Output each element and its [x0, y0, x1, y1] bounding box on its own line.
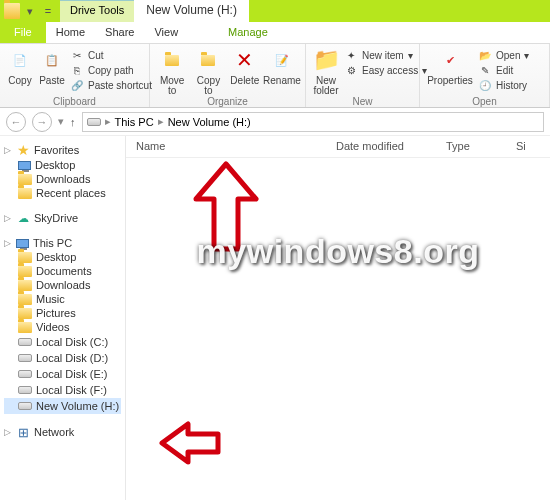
- cut-button[interactable]: ✂Cut: [70, 48, 152, 62]
- sidebar-item-documents[interactable]: Documents: [4, 264, 121, 278]
- back-button[interactable]: ←: [6, 112, 26, 132]
- sidebar-item-desktop[interactable]: Desktop: [4, 158, 121, 172]
- sidebar-item-pictures[interactable]: Pictures: [4, 306, 121, 320]
- tab-view[interactable]: View: [144, 22, 188, 43]
- navigation-pane: ▷★Favorites Desktop Downloads Recent pla…: [0, 136, 126, 500]
- contextual-tab-drive-tools[interactable]: Drive Tools: [60, 0, 134, 22]
- recent-dropdown[interactable]: ▾: [58, 115, 64, 128]
- annotation-arrow-left: [156, 418, 226, 470]
- breadcrumb[interactable]: ▸ This PC ▸ New Volume (H:): [82, 112, 545, 132]
- group-label: Clipboard: [0, 96, 149, 107]
- tab-file[interactable]: File: [0, 22, 46, 43]
- sidebar-item-music[interactable]: Music: [4, 292, 121, 306]
- col-type: Type: [436, 136, 506, 157]
- breadcrumb-item[interactable]: New Volume (H:): [168, 116, 251, 128]
- folder-icon: [4, 3, 20, 19]
- easy-access-button[interactable]: ⚙Easy access ▾: [344, 63, 427, 77]
- sidebar-group-network[interactable]: ▷⊞Network: [4, 424, 121, 440]
- new-item-button[interactable]: ✦New item ▾: [344, 48, 427, 62]
- paste-shortcut-button[interactable]: 🔗Paste shortcut: [70, 78, 152, 92]
- ribbon: 📄Copy 📋Paste ✂Cut ⎘Copy path 🔗Paste shor…: [0, 44, 550, 108]
- group-label: Organize: [150, 96, 305, 107]
- sidebar-item-drive-e[interactable]: Local Disk (E:): [4, 366, 121, 382]
- tab-share[interactable]: Share: [95, 22, 144, 43]
- tab-manage[interactable]: Manage: [218, 22, 278, 43]
- col-size: Si: [506, 136, 536, 157]
- qat-btn[interactable]: ▾: [22, 3, 38, 19]
- sidebar-item-drive-h[interactable]: New Volume (H:): [4, 398, 121, 414]
- breadcrumb-item[interactable]: This PC: [115, 116, 154, 128]
- ribbon-tab-strip: File Home Share View Manage: [0, 22, 550, 44]
- sidebar-item-drive-f[interactable]: Local Disk (F:): [4, 382, 121, 398]
- col-name: Name: [126, 136, 326, 157]
- copy-path-button[interactable]: ⎘Copy path: [70, 63, 152, 77]
- edit-button[interactable]: ✎Edit: [478, 63, 529, 77]
- sidebar-item-desktop[interactable]: Desktop: [4, 250, 121, 264]
- sidebar-group-favorites[interactable]: ▷★Favorites: [4, 142, 121, 158]
- sidebar-group-thispc[interactable]: ▷This PC: [4, 236, 121, 250]
- qat-btn[interactable]: =: [40, 3, 56, 19]
- open-button[interactable]: 📂Open ▾: [478, 48, 529, 62]
- drive-icon: [87, 115, 101, 129]
- file-list[interactable]: Name Date modified Type Si mywindows8.or…: [126, 136, 550, 500]
- sidebar-item-downloads[interactable]: Downloads: [4, 278, 121, 292]
- column-headers[interactable]: Name Date modified Type Si: [126, 136, 550, 158]
- group-label: New: [306, 96, 419, 107]
- sidebar-item-drive-d[interactable]: Local Disk (D:): [4, 350, 121, 366]
- sidebar-item-downloads[interactable]: Downloads: [4, 172, 121, 186]
- col-date: Date modified: [326, 136, 436, 157]
- sidebar-item-recent[interactable]: Recent places: [4, 186, 121, 200]
- up-button[interactable]: ↑: [70, 116, 76, 128]
- tab-home[interactable]: Home: [46, 22, 95, 43]
- history-button[interactable]: 🕘History: [478, 78, 529, 92]
- address-bar: ← → ▾ ↑ ▸ This PC ▸ New Volume (H:): [0, 108, 550, 136]
- window-title: New Volume (H:): [134, 0, 249, 22]
- sidebar-group-skydrive[interactable]: ▷☁SkyDrive: [4, 210, 121, 226]
- group-label: Open: [420, 96, 549, 107]
- title-bar: ▾ = Drive Tools New Volume (H:): [0, 0, 550, 22]
- sidebar-item-drive-c[interactable]: Local Disk (C:): [4, 334, 121, 350]
- sidebar-item-videos[interactable]: Videos: [4, 320, 121, 334]
- forward-button[interactable]: →: [32, 112, 52, 132]
- watermark: mywindows8.org: [126, 232, 550, 271]
